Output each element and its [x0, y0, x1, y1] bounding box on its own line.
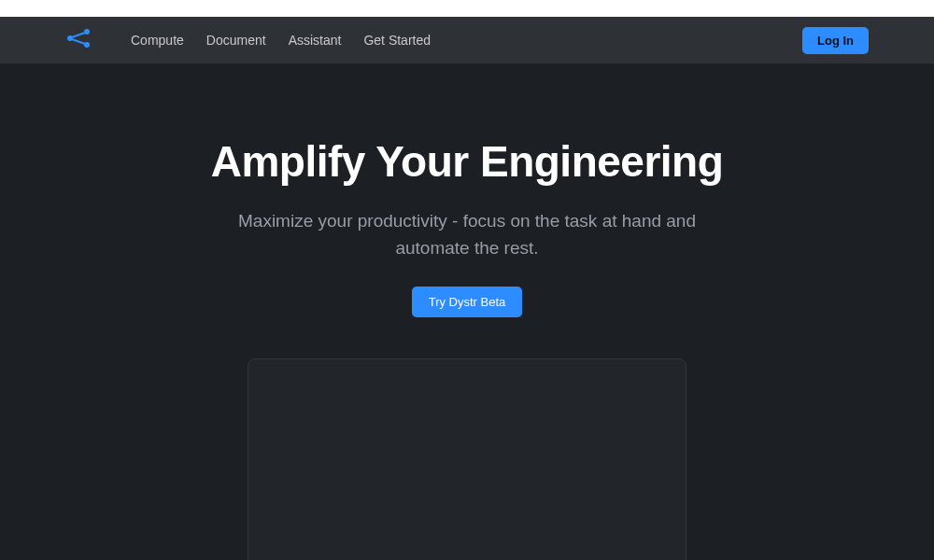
navbar: Compute Document Assistant Get Started L… [0, 17, 934, 63]
nav-link-document[interactable]: Document [206, 33, 266, 48]
hero-title: Amplify Your Engineering [0, 136, 934, 187]
browser-chrome-strip [0, 0, 934, 17]
logo-icon [65, 27, 93, 53]
nav-link-get-started[interactable]: Get Started [363, 33, 431, 48]
hero-subtitle: Maximize your productivity - focus on th… [224, 207, 710, 262]
login-button[interactable]: Log In [802, 27, 869, 54]
logo[interactable] [65, 27, 93, 53]
nav-link-compute[interactable]: Compute [131, 33, 184, 48]
nav-links: Compute Document Assistant Get Started [131, 33, 802, 48]
preview-card [248, 358, 686, 560]
nav-link-assistant[interactable]: Assistant [289, 33, 342, 48]
svg-line-4 [72, 39, 85, 44]
try-beta-button[interactable]: Try Dystr Beta [412, 287, 523, 317]
svg-point-2 [84, 42, 90, 48]
svg-point-0 [67, 35, 73, 41]
hero-section: Amplify Your Engineering Maximize your p… [0, 63, 934, 560]
svg-point-1 [84, 29, 90, 35]
svg-line-3 [72, 33, 85, 37]
